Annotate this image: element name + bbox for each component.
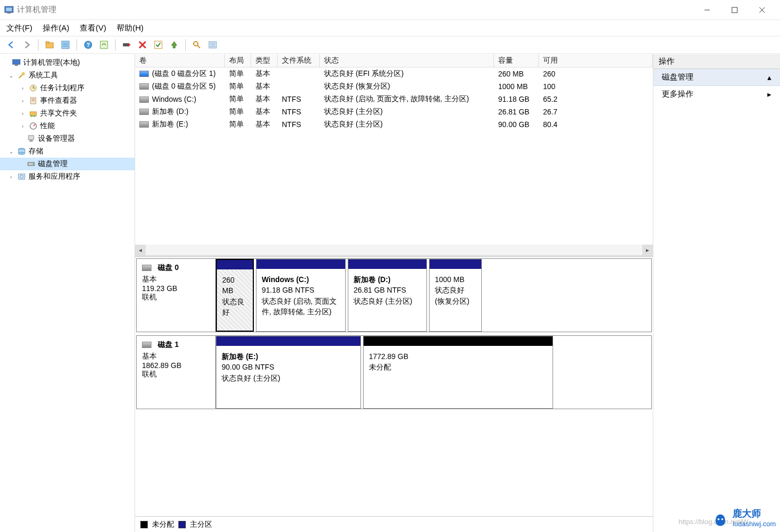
tree-root[interactable]: 计算机管理(本地) xyxy=(0,56,135,69)
partition[interactable]: 新加卷 (D:)26.81 GB NTFS状态良好 (主分区) xyxy=(348,259,427,332)
actions-pane: 操作 磁盘管理 ▴ 更多操作 ▸ xyxy=(653,54,780,532)
disk-0-name: 磁盘 0 xyxy=(158,263,179,273)
svg-rect-42 xyxy=(30,140,33,142)
disk-0-partitions: 260 MB状态良好Windows (C:)91.18 GB NTFS状态良好 … xyxy=(216,259,651,332)
disk-1[interactable]: 磁盘 1 基本 1862.89 GB 联机 新加卷 (E:)90.00 GB N… xyxy=(136,335,652,409)
chevron-right-icon[interactable]: › xyxy=(19,85,26,91)
chevron-down-icon[interactable]: ⌄ xyxy=(7,73,15,79)
col-free[interactable]: 可用 xyxy=(539,54,653,67)
tree-storage[interactable]: ⌄ 存储 xyxy=(0,145,135,158)
disk-1-partitions: 新加卷 (E:)90.00 GB NTFS状态良好 (主分区)1772.89 G… xyxy=(216,336,651,409)
chevron-right-icon[interactable]: › xyxy=(19,123,26,129)
scroll-left-button[interactable]: ◄ xyxy=(135,245,146,255)
col-volume[interactable]: 卷 xyxy=(135,54,225,67)
col-fs[interactable]: 文件系统 xyxy=(278,54,320,67)
table-row[interactable]: 新加卷 (D:)简单基本NTFS状态良好 (主分区)26.81 GB26.7 xyxy=(135,105,653,118)
menu-help[interactable]: 帮助(H) xyxy=(117,23,144,33)
minimize-button[interactable] xyxy=(693,0,721,20)
scan-icon[interactable] xyxy=(120,38,134,52)
col-type[interactable]: 类型 xyxy=(251,54,278,67)
delete-icon[interactable] xyxy=(136,38,149,52)
disk-0[interactable]: 磁盘 0 基本 119.23 GB 联机 260 MB状态良好Windows (… xyxy=(136,258,652,332)
menu-file[interactable]: 文件(F) xyxy=(6,23,32,33)
properties-icon[interactable] xyxy=(59,38,72,52)
svg-text:?: ? xyxy=(87,42,90,48)
partition-header xyxy=(430,259,481,269)
drive-icon xyxy=(142,342,151,348)
volume-icon xyxy=(139,96,149,103)
table-row[interactable]: (磁盘 0 磁盘分区 1)简单基本状态良好 (EFI 系统分区)260 MB26… xyxy=(135,67,653,80)
tree-devicemanager[interactable]: 设备管理器 xyxy=(0,132,135,145)
back-button[interactable] xyxy=(4,38,18,52)
partition[interactable]: 1000 MB状态良好 (恢复分区) xyxy=(429,259,482,332)
tools-icon xyxy=(17,71,26,80)
svg-rect-41 xyxy=(28,136,34,140)
help-icon[interactable]: ? xyxy=(81,38,95,52)
svg-rect-2 xyxy=(7,12,11,13)
disk-1-state: 联机 xyxy=(142,370,210,379)
check-icon[interactable] xyxy=(151,38,165,52)
tree-diskmgmt[interactable]: 磁盘管理 xyxy=(0,158,135,170)
col-layout[interactable]: 布局 xyxy=(225,54,251,67)
menu-action[interactable]: 操作(A) xyxy=(43,23,69,33)
scroll-track[interactable] xyxy=(146,245,642,255)
tree-taskscheduler[interactable]: › 任务计划程序 xyxy=(0,82,135,94)
table-row[interactable]: (磁盘 0 磁盘分区 5)简单基本状态良好 (恢复分区)1000 MB100 xyxy=(135,80,653,93)
folder-up-icon[interactable] xyxy=(43,38,56,52)
chevron-right-icon[interactable]: › xyxy=(19,111,26,117)
scroll-right-button[interactable]: ► xyxy=(642,245,653,255)
clock-icon xyxy=(28,83,38,93)
drive-icon xyxy=(142,265,151,271)
grid-scrollbar[interactable]: ◄ ► xyxy=(135,245,653,255)
partition[interactable]: 新加卷 (E:)90.00 GB NTFS状态良好 (主分区) xyxy=(216,336,361,409)
disk-0-size: 119.23 GB xyxy=(142,284,210,293)
forward-button[interactable] xyxy=(20,38,34,52)
volume-icon xyxy=(139,71,149,77)
table-row[interactable]: Windows (C:)简单基本NTFS状态良好 (启动, 页面文件, 故障转储… xyxy=(135,93,653,105)
svg-point-45 xyxy=(18,152,25,154)
chevron-right-icon[interactable]: › xyxy=(19,98,26,104)
services-icon xyxy=(17,172,26,181)
nav-tree[interactable]: 计算机管理(本地) ⌄ 系统工具 › 任务计划程序 › 事件查看器 › 共享文件… xyxy=(0,54,135,532)
col-status[interactable]: 状态 xyxy=(320,54,494,67)
svg-point-47 xyxy=(33,163,34,165)
partition-header xyxy=(364,336,553,346)
list-icon[interactable] xyxy=(206,38,220,52)
svg-rect-4 xyxy=(732,7,737,13)
tree-systools[interactable]: ⌄ 系统工具 xyxy=(0,69,135,82)
tree-systools-label: 系统工具 xyxy=(28,71,58,80)
grid-body[interactable]: (磁盘 0 磁盘分区 1)简单基本状态良好 (EFI 系统分区)260 MB26… xyxy=(135,67,653,245)
svg-point-50 xyxy=(718,518,720,520)
chevron-down-icon[interactable]: ⌄ xyxy=(7,149,15,154)
menu-view[interactable]: 查看(V) xyxy=(80,23,106,33)
col-capacity[interactable]: 容量 xyxy=(494,54,539,67)
tree-services[interactable]: › 服务和应用程序 xyxy=(0,170,135,183)
actions-diskmgmt[interactable]: 磁盘管理 ▴ xyxy=(653,69,780,86)
table-row[interactable]: 新加卷 (E:)简单基本NTFS状态良好 (主分区)90.00 GB80.4 xyxy=(135,118,653,131)
tree-eventviewer[interactable]: › 事件查看器 xyxy=(0,94,135,107)
tree-sharedfolders[interactable]: › 共享文件夹 xyxy=(0,107,135,120)
partition-body: 新加卷 (D:)26.81 GB NTFS状态良好 (主分区) xyxy=(348,269,426,331)
tree-eventviewer-label: 事件查看器 xyxy=(40,96,77,105)
legend-unalloc-swatch xyxy=(140,521,148,528)
close-button[interactable] xyxy=(748,0,776,20)
up-icon[interactable] xyxy=(167,38,181,52)
brand-url: ludashiwj.com xyxy=(733,520,776,528)
refresh-icon[interactable] xyxy=(97,38,111,52)
tree-performance[interactable]: › 性能 xyxy=(0,120,135,132)
partition[interactable]: Windows (C:)91.18 GB NTFS状态良好 (启动, 页面文件,… xyxy=(256,259,346,332)
search-icon[interactable] xyxy=(190,38,204,52)
partition[interactable]: 260 MB状态良好 xyxy=(216,259,254,332)
partition-body: 260 MB状态良好 xyxy=(217,269,253,331)
partition-header xyxy=(256,259,345,269)
chevron-right-icon: ▸ xyxy=(767,90,772,99)
svg-line-40 xyxy=(33,124,35,126)
tree-storage-label: 存储 xyxy=(28,147,43,156)
app-icon xyxy=(4,5,14,15)
maximize-button[interactable] xyxy=(721,0,748,20)
partition[interactable]: 1772.89 GB未分配 xyxy=(363,336,553,409)
actions-more[interactable]: 更多操作 ▸ xyxy=(653,86,780,102)
brand-name: 鹿大师 xyxy=(733,507,776,520)
svg-rect-1 xyxy=(6,7,12,11)
chevron-right-icon[interactable]: › xyxy=(7,174,15,180)
